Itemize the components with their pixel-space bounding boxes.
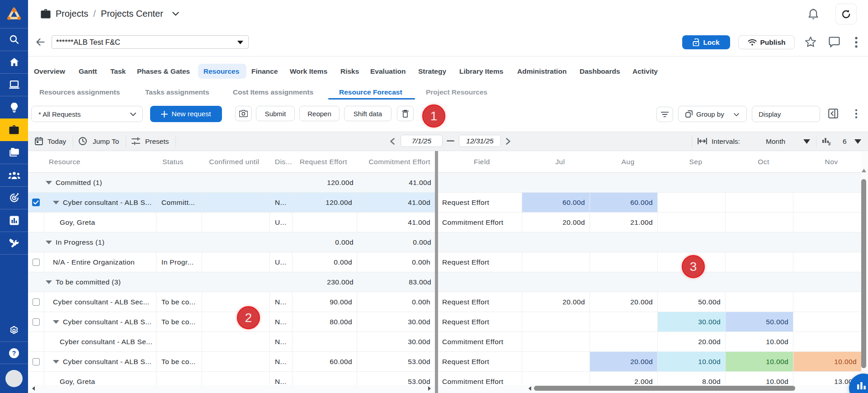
svg-text:#: #: [828, 142, 831, 146]
svg-text:?: ?: [12, 350, 16, 357]
